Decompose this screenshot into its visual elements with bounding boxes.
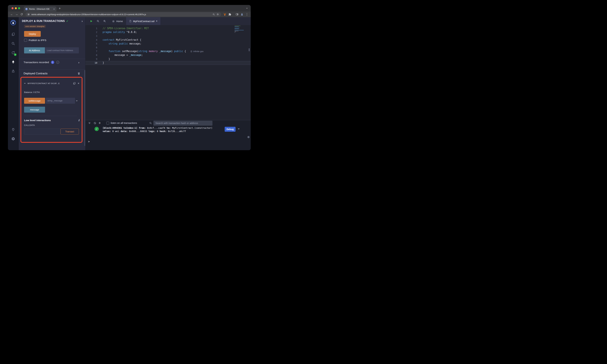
new-tab-button[interactable]: +: [59, 7, 61, 10]
expand-args-chevron-icon[interactable]: ›: [76, 100, 79, 101]
transaction-log[interactable]: [block:4994361 txIndex:1] from: 0x9cf...…: [103, 127, 212, 133]
minimap-line: [235, 26, 239, 27]
debug-button[interactable]: Debug: [225, 127, 236, 132]
plugin-manager-icon[interactable]: [11, 127, 16, 132]
zoom-in-icon[interactable]: [103, 20, 106, 23]
terminal-search-input[interactable]: [153, 121, 212, 126]
code-line[interactable]: 2pragma solidity ^0.8.0;: [85, 30, 251, 34]
publish-ipfs-row: Publish to IPFS: [24, 39, 46, 42]
code-line[interactable]: 4contract MyFirstContract {: [85, 38, 251, 42]
browser-tab-strip: Remix - Ethereum IDE × +: [8, 5, 251, 12]
tab-file-label: MyFirstContract.sol: [133, 20, 154, 23]
terminal-scroll-dot[interactable]: [247, 136, 250, 138]
browser-tab[interactable]: Remix - Ethereum IDE ×: [24, 6, 56, 12]
search-icon[interactable]: [11, 41, 16, 46]
terminal-prompt[interactable]: >: [88, 140, 90, 143]
side-panel-icon[interactable]: [235, 13, 239, 16]
deployed-contracts-header: Deployed Contracts: [24, 72, 80, 75]
debugger-icon[interactable]: [11, 69, 16, 74]
deploy-button[interactable]: Deploy: [24, 31, 41, 37]
deploy-run-icon[interactable]: [11, 60, 16, 65]
zoom-out-icon[interactable]: [96, 20, 99, 23]
profile-avatar-icon[interactable]: [239, 13, 244, 16]
panel-scrollbar[interactable]: [84, 70, 85, 146]
panel-expand-chevron-icon[interactable]: ›: [82, 19, 83, 23]
address-bar[interactable]: remix.ethereum.org/#lang=en&optimize=fal…: [26, 12, 221, 17]
listen-checkbox-wrap: [106, 122, 109, 125]
code-line[interactable]: 5 string public message;: [85, 42, 251, 46]
clear-contracts-trash-icon[interactable]: [77, 72, 80, 75]
tab-home[interactable]: Home: [109, 17, 126, 25]
code-line[interactable]: 6: [85, 46, 251, 50]
at-address-input[interactable]: [45, 47, 79, 53]
minimap-line: [235, 26, 240, 26]
tab-close-icon[interactable]: ×: [156, 20, 157, 22]
minimap-line: [235, 32, 235, 33]
low-level-interactions-row: Low level interactions i: [24, 119, 79, 122]
window-minimize-button[interactable]: [15, 7, 17, 9]
low-level-info-icon[interactable]: i: [78, 119, 79, 122]
remix-app: ✓ DEPLOY & RUN TRANSACTIONS ✓ › evm vers…: [8, 17, 251, 150]
remove-contract-icon[interactable]: ×: [78, 82, 79, 85]
terminal: 0 listen on all transactions ✓ [block:49…: [85, 120, 251, 150]
deployed-contracts-title: Deployed Contracts: [24, 72, 48, 75]
publish-ipfs-checkbox[interactable]: [24, 39, 27, 42]
at-address-button[interactable]: At Address: [24, 47, 45, 53]
code-line[interactable]: 7 function setMessage(string memory _mes…: [85, 50, 251, 53]
window-zoom-button[interactable]: [18, 7, 20, 9]
editor-tab-bar: Home MyFirstContract.sol ×: [85, 17, 251, 25]
extensions-puzzle-icon[interactable]: [227, 13, 232, 16]
code-line[interactable]: 3: [85, 34, 251, 38]
remix-logo-icon[interactable]: [10, 19, 17, 26]
terminal-search-icon: [149, 122, 152, 124]
copy-address-icon[interactable]: [73, 82, 76, 85]
contract-title: MYFIRSTCONTRACT AT 0X10F...E: [27, 82, 60, 84]
run-script-play-icon[interactable]: [90, 20, 93, 23]
set-message-button[interactable]: setMessage: [24, 98, 45, 104]
home-icon: [112, 20, 115, 23]
window-close-button[interactable]: [12, 7, 13, 9]
refresh-button[interactable]: [19, 13, 24, 16]
collapse-terminal-icon[interactable]: [88, 122, 91, 124]
message-getter-button[interactable]: message: [24, 107, 45, 113]
contract-expand-chevron-icon[interactable]: ›: [24, 83, 27, 84]
zoom-icon[interactable]: [212, 13, 215, 16]
log-line: [block:4994361 txIndex:1] from: 0x9cf...…: [103, 127, 212, 130]
deployed-contract-header-row[interactable]: › MYFIRSTCONTRACT AT 0X10F...E ×: [25, 82, 79, 85]
tab-title: Remix - Ethereum IDE: [29, 8, 52, 10]
file-explorer-icon[interactable]: [11, 32, 16, 37]
tab-list-chevron-icon[interactable]: [246, 7, 248, 9]
info-icon[interactable]: i: [56, 61, 59, 64]
tab-myfirstcontract[interactable]: MyFirstContract.sol ×: [126, 17, 161, 25]
tab-close-icon[interactable]: ×: [53, 8, 55, 10]
log-expand-chevron-icon[interactable]: ›: [238, 127, 240, 131]
site-settings-icon[interactable]: [27, 13, 30, 16]
forward-button[interactable]: →: [14, 13, 19, 16]
set-message-input[interactable]: [46, 98, 75, 104]
panel-header: DEPLOY & RUN TRANSACTIONS ✓ ›: [22, 19, 83, 23]
minimap[interactable]: [235, 26, 246, 33]
solidity-file-icon: [129, 20, 132, 22]
transact-button[interactable]: Transact: [61, 129, 79, 134]
settings-gear-icon[interactable]: [11, 136, 16, 141]
bookmark-star-icon[interactable]: [216, 13, 219, 16]
url-text[interactable]: remix.ethereum.org/#lang=en&optimize=fal…: [31, 13, 211, 16]
metamask-icon[interactable]: [222, 13, 227, 16]
code-line[interactable]: 9 }: [85, 57, 251, 61]
code-line[interactable]: 8 message = _message;: [85, 53, 251, 57]
menu-kebab-icon[interactable]: ⋮: [244, 13, 249, 16]
code-line[interactable]: 10}: [85, 61, 251, 65]
solidity-compiler-icon[interactable]: ✓: [11, 50, 16, 55]
divider: [24, 116, 77, 116]
calldata-input[interactable]: [24, 129, 61, 134]
transactions-chevron-icon[interactable]: ›: [78, 61, 79, 64]
back-button[interactable]: ←: [9, 13, 14, 16]
calldata-label: CALLDATA: [24, 124, 35, 127]
listen-all-transactions-label: listen on all transactions: [111, 121, 137, 124]
editor-scrollbar[interactable]: [249, 48, 250, 51]
deploy-run-panel: DEPLOY & RUN TRANSACTIONS ✓ › evm versio…: [19, 17, 85, 150]
code-editor[interactable]: 1// SPDX-License-Identifier: MIT2pragma …: [85, 25, 251, 120]
clear-console-icon[interactable]: [93, 122, 96, 124]
listen-all-transactions-checkbox[interactable]: [106, 122, 109, 124]
code-line[interactable]: 1// SPDX-License-Identifier: MIT: [85, 26, 251, 30]
